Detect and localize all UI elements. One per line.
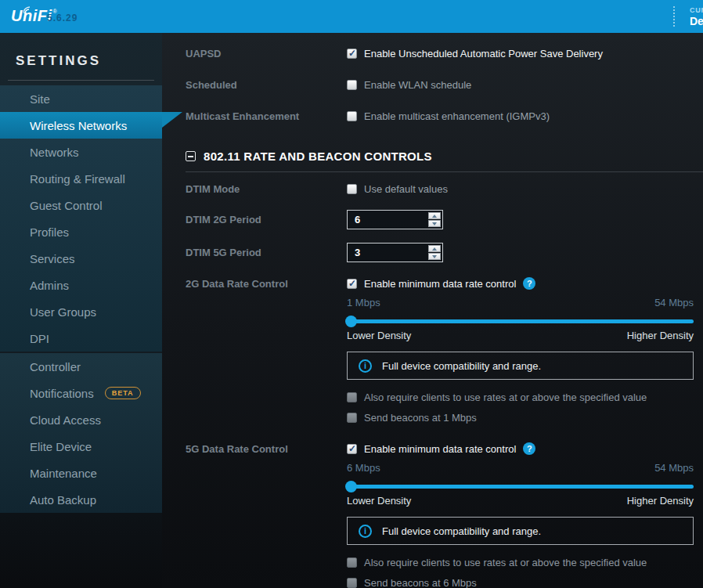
require-rates-5g-checkbox[interactable] — [347, 557, 357, 568]
slider-track[interactable] — [347, 485, 694, 489]
wireless-networks-settings-panel: UAPSD Enable Unscheduled Automatic Power… — [162, 33, 703, 588]
rate-control-2g-block: 2G Data Rate Control Enable minimum data… — [186, 277, 694, 424]
sub-option-row: Send beacons at 6 Mbps — [347, 577, 694, 588]
scheduled-row: Scheduled Enable WLAN schedule — [186, 78, 694, 91]
rate-slider-5g[interactable] — [347, 481, 694, 492]
sidebar-item-routing-firewall[interactable]: Routing & Firewall — [0, 165, 162, 192]
uapsd-checkbox[interactable] — [347, 49, 357, 59]
enable-min-rate-5g-checkbox[interactable] — [347, 444, 357, 454]
rate-control-5g-block: 5G Data Rate Control Enable minimum data… — [186, 442, 694, 588]
send-beacons-2g-checkbox[interactable] — [347, 413, 357, 423]
checkbox-label: Enable minimum data rate control — [364, 278, 516, 290]
version-text: 5.6.29 — [47, 13, 78, 23]
sidebar-divider — [8, 80, 154, 81]
top-bar: UniFi ® 5.6.29 CURRENT SITE Default — [0, 0, 703, 33]
dotted-divider — [673, 6, 675, 27]
sidebar-item-networks[interactable]: Networks — [0, 139, 162, 165]
checkbox-label: Send beacons at 6 Mbps — [364, 577, 477, 588]
sidebar-item-profiles[interactable]: Profiles — [0, 218, 162, 245]
info-message: Full device compatibility and range. — [382, 360, 541, 372]
density-hints: Lower Density Higher Density — [347, 495, 694, 507]
sidebar-item-site[interactable]: Site — [0, 85, 162, 112]
sidebar-item-guest-control[interactable]: Guest Control — [0, 192, 162, 218]
question-icon[interactable]: ? — [523, 442, 535, 455]
wlan-schedule-checkbox[interactable] — [347, 80, 357, 90]
sidebar-group-system: Controller Notifications BETA Cloud Acce… — [0, 353, 162, 513]
sidebar-item-dpi[interactable]: DPI — [0, 325, 162, 352]
info-banner: i Full device compatibility and range. — [347, 352, 694, 380]
beta-badge: BETA — [105, 387, 141, 399]
multicast-enhancement-row: Multicast Enhancement Enable multicast e… — [186, 110, 694, 122]
info-icon: i — [359, 525, 372, 538]
dtim-2g-row: DTIM 2G Period — [186, 210, 694, 229]
number-spinner — [428, 245, 441, 260]
sidebar-item-services[interactable]: Services — [0, 245, 162, 272]
sub-option-row: Send beacons at 1 Mbps — [347, 412, 694, 424]
sidebar-item-maintenance[interactable]: Maintenance — [0, 460, 162, 486]
field-label: UAPSD — [186, 47, 347, 60]
wifi-arcs-icon — [23, 6, 36, 14]
scale-min-label: 1 Mbps — [347, 297, 380, 308]
checkbox-label: Enable minimum data rate control — [364, 443, 516, 455]
checkbox-label: Enable multicast enhancement (IGMPv3) — [364, 110, 550, 122]
sub-option-row: Also require clients to use rates at or … — [347, 391, 694, 403]
question-icon[interactable]: ? — [523, 277, 535, 290]
field-label: 5G Data Rate Control — [186, 442, 347, 588]
sidebar-group-settings: Site Wireless Networks Networks Routing … — [0, 85, 162, 352]
sidebar-item-user-groups[interactable]: User Groups — [0, 298, 162, 325]
field-label: DTIM Mode — [186, 182, 347, 195]
sidebar-item-controller[interactable]: Controller — [0, 353, 162, 380]
uapsd-row: UAPSD Enable Unscheduled Automatic Power… — [186, 47, 694, 60]
unifi-settings-page: UniFi ® 5.6.29 CURRENT SITE Default SETT… — [0, 0, 703, 588]
slider-handle[interactable] — [345, 316, 357, 327]
current-site-label: CURRENT SITE — [690, 6, 703, 14]
spinner-up-button[interactable] — [428, 245, 441, 252]
dtim-5g-row: DTIM 5G Period — [186, 243, 694, 262]
checkbox-label: Enable Unscheduled Automatic Power Save … — [364, 48, 603, 60]
checkbox-label: Also require clients to use rates at or … — [364, 391, 647, 403]
sidebar-item-wireless-networks[interactable]: Wireless Networks — [0, 112, 162, 139]
field-label: Multicast Enhancement — [186, 110, 347, 122]
settings-sidebar: SETTINGS Site Wireless Networks Networks… — [0, 33, 162, 588]
spinner-down-button[interactable] — [428, 220, 441, 227]
checkbox-label: Enable WLAN schedule — [364, 79, 471, 91]
dtim-mode-row: DTIM Mode Use default values — [186, 182, 694, 195]
scale-max-label: 54 Mbps — [654, 297, 694, 308]
spinner-down-button[interactable] — [428, 253, 441, 260]
checkbox-label: Use default values — [364, 183, 448, 195]
field-label: 2G Data Rate Control — [186, 277, 347, 424]
arrow-up-icon — [432, 247, 437, 251]
arrow-down-icon — [432, 222, 437, 225]
dtim-default-checkbox[interactable] — [347, 184, 357, 194]
current-site-value: Default — [690, 15, 703, 27]
section-title: 802.11 RATE AND BEACON CONTROLS — [204, 150, 432, 163]
rate-slider-2g[interactable] — [347, 316, 694, 327]
field-label: Scheduled — [186, 78, 347, 91]
scale-min-label: 6 Mbps — [347, 462, 380, 474]
lower-density-label: Lower Density — [347, 495, 411, 507]
spinner-up-button[interactable] — [428, 212, 441, 219]
sidebar-item-elite-device[interactable]: Elite Device — [0, 433, 162, 460]
require-rates-2g-checkbox[interactable] — [347, 392, 357, 402]
number-spinner — [428, 212, 441, 227]
multicast-enhancement-checkbox[interactable] — [347, 111, 357, 121]
current-site-selector[interactable]: CURRENT SITE Default — [673, 0, 703, 33]
enable-min-rate-2g-checkbox[interactable] — [347, 279, 357, 289]
slider-handle[interactable] — [345, 481, 357, 492]
sidebar-item-admins[interactable]: Admins — [0, 272, 162, 298]
sidebar-item-cloud-access[interactable]: Cloud Access — [0, 406, 162, 433]
send-beacons-5g-checkbox[interactable] — [347, 578, 357, 588]
info-banner: i Full device compatibility and range. — [347, 517, 694, 545]
slider-track[interactable] — [347, 319, 694, 323]
minus-square-icon[interactable] — [186, 151, 196, 161]
info-icon: i — [359, 359, 372, 373]
field-label: DTIM 2G Period — [186, 210, 347, 229]
higher-density-label: Higher Density — [627, 495, 694, 507]
scale-max-label: 54 Mbps — [654, 462, 694, 474]
section-header: 802.11 RATE AND BEACON CONTROLS — [186, 150, 703, 172]
sidebar-item-auto-backup[interactable]: Auto Backup — [0, 486, 162, 513]
field-label: DTIM 5G Period — [186, 243, 347, 262]
lower-density-label: Lower Density — [347, 330, 411, 342]
sidebar-item-notifications[interactable]: Notifications BETA — [0, 380, 162, 406]
sidebar-title: SETTINGS — [16, 53, 162, 69]
